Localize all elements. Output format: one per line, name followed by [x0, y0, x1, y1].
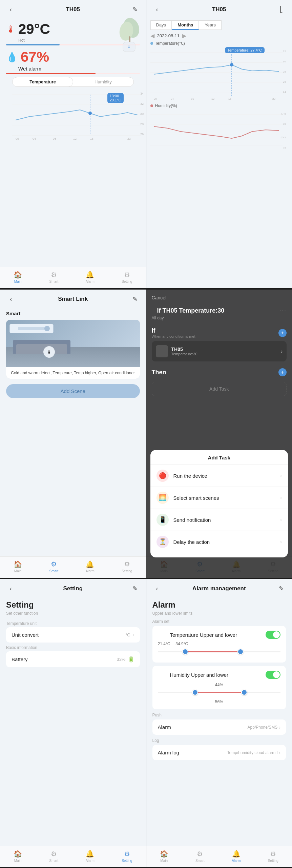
edit-button-5[interactable]: ✎ [130, 584, 140, 593]
add-condition-btn[interactable]: + [278, 329, 287, 337]
plant-decoration: 🌡 [113, 18, 140, 52]
battery-icon: 🔋 [128, 656, 134, 663]
modal-item-smart-scenes[interactable]: 🌅 Select smart scenes › [150, 487, 288, 509]
temp-slider[interactable] [158, 648, 281, 655]
hum-alarm-card: Humidity Upper and lower 44% 56% [152, 666, 286, 709]
delay-icon: ⏳ [157, 536, 169, 548]
humidity-alarm-label: Wet alarm [18, 66, 140, 72]
edit-button-3[interactable]: ✎ [130, 294, 140, 304]
ac-unit [9, 324, 54, 333]
edit-button[interactable]: ✎ [130, 5, 140, 14]
modal-item-run-device[interactable]: 🔴 Run the device › [150, 465, 288, 487]
back-button[interactable]: ‹ [6, 5, 16, 14]
automation-title: If TH05 Temperature:30 [152, 306, 230, 316]
temp-slider-thumb-left[interactable] [182, 649, 188, 655]
temp-alarm-toggle[interactable] [266, 631, 280, 639]
add-task-btn[interactable]: + [278, 368, 287, 376]
smart-scenes-icon: 🌅 [157, 492, 169, 504]
nav-main-6[interactable]: 🏠 Main [160, 850, 168, 863]
unit-convert-row[interactable]: Unit convert °C › [6, 627, 140, 643]
add-task-area[interactable]: Add Task [152, 382, 287, 396]
nav-smart-6[interactable]: ⚙ Smart [195, 850, 205, 863]
modal-item-delay[interactable]: ⏳ Delay the action › [150, 531, 288, 553]
nav-setting[interactable]: ⚙ Setting [122, 271, 132, 283]
nav-smart-3[interactable]: ⚙ Smart [49, 560, 59, 573]
scene-image: 🌡 [6, 320, 140, 367]
humidity-value: 67% [21, 49, 49, 65]
smart-scenes-label: Select smart scenes [173, 495, 280, 501]
back-button-2[interactable]: ‹ [152, 5, 162, 14]
edit-button-6[interactable]: ✎ [276, 584, 286, 593]
svg-text:09: 09 [16, 137, 19, 140]
back-button-6[interactable]: ‹ [152, 584, 162, 593]
humidity-icon: 💧 [6, 52, 18, 63]
nav-alarm-5[interactable]: 🔔 Alarm [86, 850, 95, 863]
nav-smart-5[interactable]: ⚙ Smart [49, 850, 59, 863]
hum-slider[interactable] [158, 689, 281, 696]
push-section-label: Push [152, 713, 286, 717]
alarm-push-row[interactable]: Alarm App/Phone/SMS › [152, 719, 286, 735]
share-button[interactable]: ⎣ [276, 5, 286, 14]
hum-slider-fill [192, 692, 241, 693]
smart-scenes-arrow: › [280, 495, 282, 501]
alarm-log-row[interactable]: Alarm log Temp/humidity cloud alarm l › [152, 745, 286, 760]
nav-setting-label: Setting [122, 280, 132, 283]
panel-automation: Cancel If TH05 Temperature:30 ··· All da… [146, 290, 292, 578]
svg-text:75: 75 [283, 146, 286, 149]
tab-temperature[interactable]: Temperature [12, 77, 73, 87]
nav-setting-5[interactable]: ⚙ Setting [122, 850, 132, 863]
modal-item-notification[interactable]: 📱 Send notification › [150, 509, 288, 531]
nav-smart-label: Smart [49, 280, 59, 283]
nav-setting-6[interactable]: ⚙ Setting [268, 850, 278, 863]
back-button-3[interactable]: ‹ [6, 294, 16, 304]
hum-max-label: 56% [215, 699, 223, 704]
svg-text:16: 16 [228, 97, 231, 100]
alarm-content: Alarm Upper and lower limits Alarm set T… [146, 597, 292, 846]
tab-years[interactable]: Years [199, 20, 222, 30]
prev-date-btn[interactable]: ◀ [150, 33, 154, 39]
hum-alarm-toggle[interactable] [266, 671, 280, 679]
nav-main-3[interactable]: 🏠 Main [14, 560, 22, 573]
back-button-5[interactable]: ‹ [6, 584, 16, 593]
hum-big-chart: 87.5 80 65.5 75 [150, 110, 288, 154]
panel-alarm-management: ‹ Alarm management ✎ Alarm Upper and low… [146, 579, 292, 867]
automation-cancel[interactable]: Cancel [146, 290, 292, 306]
setting-panel-title: Setting [16, 585, 130, 592]
tab-months[interactable]: Months [172, 20, 199, 30]
svg-point-34 [230, 63, 233, 66]
smart-section-title: Smart [6, 311, 140, 316]
tab-days[interactable]: Days [150, 20, 172, 30]
basic-info-section-label: Basic information [6, 645, 140, 650]
nav-alarm[interactable]: 🔔 Alarm [86, 271, 95, 283]
hum-min-label: 44% [215, 683, 223, 687]
nav-main-5[interactable]: 🏠 Main [14, 850, 22, 863]
nav-main[interactable]: 🏠 Main [14, 271, 22, 283]
temperature-chart: 13:00 29.1°C 34 32 30 28 26 [12, 90, 134, 144]
add-scene-button[interactable]: Add Scene [6, 384, 140, 398]
condition-card[interactable]: TH05 Temperature:30 › [152, 341, 287, 361]
more-options-btn[interactable]: ··· [279, 307, 287, 314]
battery-label: Battery [12, 656, 28, 662]
next-date-btn[interactable]: ▶ [182, 33, 186, 39]
nav-alarm-label: Alarm [86, 280, 95, 283]
tab-humidity[interactable]: Humidity [73, 77, 133, 86]
temp-slider-thumb-right[interactable] [237, 649, 244, 655]
nav-smart[interactable]: ⚙ Smart [49, 271, 59, 283]
svg-text:23: 23 [127, 137, 131, 140]
hum-slider-thumb-right[interactable] [241, 689, 247, 695]
hum-slider-thumb-left[interactable] [192, 689, 198, 695]
then-label: Then [152, 369, 166, 376]
battery-row: Battery 33% 🔋 [6, 651, 140, 667]
setting-content: Setting Set other function Temperature u… [0, 597, 146, 846]
nav-alarm-6[interactable]: 🔔 Alarm [232, 850, 241, 863]
nav-alarm-3[interactable]: 🔔 Alarm [86, 560, 95, 573]
chart-tooltip-2: Temperature: 27.4°C [225, 47, 265, 53]
svg-point-16 [88, 112, 92, 115]
svg-text:32: 32 [283, 50, 286, 53]
delay-label: Delay the action [173, 539, 280, 545]
nav-main-label: Main [14, 280, 22, 283]
furniture-area [6, 347, 140, 367]
alarm-panel-header: ‹ Alarm management ✎ [146, 579, 292, 597]
panel-header: ‹ TH05 ✎ [0, 0, 146, 18]
nav-setting-3[interactable]: ⚙ Setting [122, 560, 132, 573]
